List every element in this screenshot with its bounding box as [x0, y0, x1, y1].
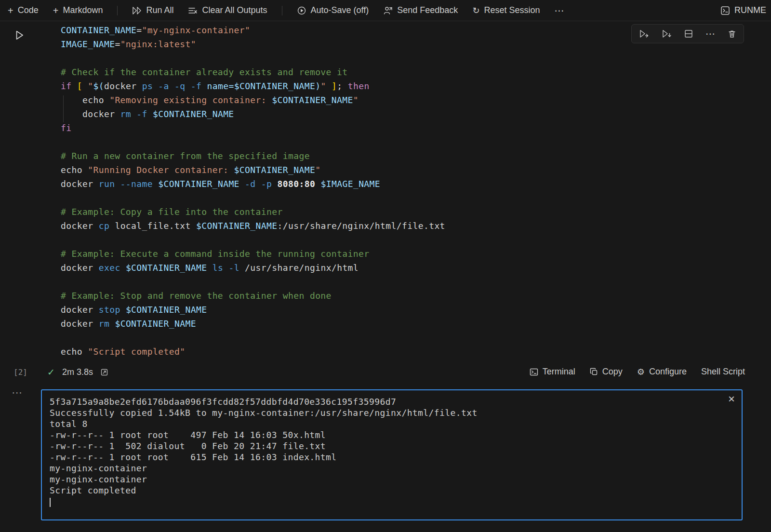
reset-session-icon: ↻	[472, 6, 479, 15]
code-line: echo "Removing existing container: $CONT…	[61, 93, 445, 107]
code-line: if [ "$(docker ps -a -q -f name=$CONTAIN…	[61, 79, 445, 93]
runme-brand: RUNME	[720, 5, 766, 15]
code-line: docker exec $CONTAINER_NAME ls -l /usr/s…	[61, 261, 445, 275]
code-line: docker rm $CONTAINER_NAME	[61, 317, 445, 331]
configure-button[interactable]: ⚙ Configure	[637, 367, 687, 377]
copy-label: Copy	[602, 367, 623, 377]
runme-logo-icon	[720, 6, 730, 15]
add-markdown-label: Markdown	[63, 5, 103, 15]
add-markdown-button[interactable]: + Markdown	[53, 5, 103, 15]
cell-duration: 2m 3.8s	[62, 367, 93, 377]
code-line: CONTAINER_NAME="my-nginx-container"	[61, 23, 445, 37]
code-line	[61, 135, 445, 149]
output-line: total 8	[50, 418, 734, 429]
output-line: -rw-r--r-- 1 root root 497 Feb 14 16:03 …	[50, 429, 734, 440]
run-all-icon	[132, 6, 142, 15]
open-output-button[interactable]	[100, 368, 108, 376]
clear-all-outputs-label: Clear All Outputs	[202, 5, 267, 15]
reset-session-label: Reset Session	[484, 5, 540, 15]
execute-cell-button[interactable]	[639, 29, 649, 38]
code-line: docker run --name $CONTAINER_NAME -d -p …	[61, 177, 445, 191]
terminal-icon	[530, 368, 538, 376]
auto-save-label: Auto-Save (off)	[311, 5, 369, 15]
code-line	[61, 191, 445, 205]
output-line: Successfully copied 1.54kB to my-nginx-c…	[50, 407, 734, 418]
toolbar-separator	[282, 6, 282, 15]
code-line	[61, 331, 445, 345]
code-line	[61, 51, 445, 65]
cell-status-left: ✓ 2m 3.8s	[47, 367, 108, 378]
open-output-icon	[100, 368, 108, 376]
auto-save-toggle[interactable]: Auto-Save (off)	[297, 5, 369, 15]
code-line: # Example: Execute a command inside the …	[61, 247, 445, 261]
cell-status-bar: [2] ✓ 2m 3.8s Terminal Copy	[0, 364, 771, 382]
output-more-button[interactable]: ⋯	[12, 386, 22, 399]
more-actions-icon: ⋯	[12, 386, 22, 399]
run-all-label: Run All	[146, 5, 173, 15]
trash-icon	[728, 29, 736, 38]
output-line: 5f3a715a9a8be2efd6176bdaa096f3fcdd82f57d…	[50, 396, 734, 407]
close-output-button[interactable]: ×	[728, 393, 735, 405]
cell-toolbar: ⋯	[631, 24, 744, 43]
code-line: docker rm -f $CONTAINER_NAME	[61, 107, 445, 121]
run-all-button[interactable]: Run All	[132, 5, 173, 15]
output-line: my-nginx-container	[50, 463, 734, 474]
configure-label: Configure	[649, 367, 687, 377]
more-actions-icon: ⋯	[705, 29, 715, 39]
language-picker[interactable]: Shell Script	[701, 367, 745, 377]
toolbar-more-button[interactable]: ⋯	[555, 6, 564, 15]
output-line: -rw-r--r-- 1 root root 615 Feb 14 16:03 …	[50, 452, 734, 463]
play-icon	[13, 29, 26, 41]
split-cell-icon	[684, 29, 693, 38]
code-line: docker cp local_file.txt $CONTAINER_NAME…	[61, 219, 445, 233]
code-line: fi	[61, 121, 445, 135]
copy-button[interactable]: Copy	[590, 367, 623, 377]
output-line: my-nginx-container	[50, 474, 734, 485]
code-editor[interactable]: CONTAINER_NAME="my-nginx-container"IMAGE…	[61, 23, 445, 359]
success-check-icon: ✓	[47, 367, 55, 378]
code-line	[61, 275, 445, 289]
execution-count: [2]	[13, 368, 27, 377]
cell-more-button[interactable]: ⋯	[705, 29, 715, 39]
toolbar-separator	[117, 6, 118, 15]
execute-cell-icon	[639, 29, 649, 38]
more-actions-icon: ⋯	[555, 6, 564, 15]
notebook-toolbar: + Code + Markdown Run All Clear All Outp…	[0, 0, 771, 21]
gear-icon: ⚙	[637, 368, 645, 376]
code-line: # Run a new container from the specified…	[61, 149, 445, 163]
reset-session-button[interactable]: ↻ Reset Session	[472, 5, 540, 15]
send-feedback-icon	[383, 6, 393, 15]
runme-notebook-window: + Code + Markdown Run All Clear All Outp…	[0, 0, 771, 532]
code-line: docker stop $CONTAINER_NAME	[61, 303, 445, 317]
code-line: # Check if the container already exists …	[61, 65, 445, 79]
code-line: # Example: Stop and remove the container…	[61, 289, 445, 303]
copy-icon	[590, 368, 598, 376]
run-cell-button[interactable]	[12, 27, 28, 43]
code-line: echo "Script completed"	[61, 345, 445, 359]
cell-output-panel[interactable]: 5f3a715a9a8be2efd6176bdaa096f3fcdd82f57d…	[41, 389, 743, 520]
code-line: IMAGE_NAME="nginx:latest"	[61, 37, 445, 51]
add-code-label: Code	[18, 5, 39, 15]
terminal-cursor	[50, 498, 51, 507]
send-feedback-label: Send Feedback	[397, 5, 458, 15]
code-line	[61, 233, 445, 247]
split-cell-button[interactable]	[684, 29, 693, 38]
plus-icon: +	[8, 6, 13, 15]
indent-guide	[63, 95, 64, 122]
run-below-icon	[662, 29, 672, 38]
output-cursor-line	[50, 496, 734, 507]
output-line: -rw-r--r-- 1 502 dialout 0 Feb 20 21:47 …	[50, 440, 734, 452]
clear-all-outputs-button[interactable]: Clear All Outputs	[188, 5, 267, 15]
add-code-button[interactable]: + Code	[8, 5, 39, 15]
output-line: Script completed	[50, 485, 734, 496]
send-feedback-button[interactable]: Send Feedback	[383, 5, 458, 15]
run-below-button[interactable]	[662, 29, 672, 38]
plus-icon: +	[53, 6, 59, 15]
code-line: # Example: Copy a file into the containe…	[61, 205, 445, 219]
runme-brand-label: RUNME	[734, 5, 766, 15]
code-line: echo "Running Docker container: $CONTAIN…	[61, 163, 445, 177]
clear-outputs-icon	[188, 6, 198, 15]
delete-cell-button[interactable]	[728, 29, 736, 38]
terminal-button[interactable]: Terminal	[530, 367, 575, 377]
cell-status-right: Terminal Copy ⚙ Configure Shell Script	[530, 367, 745, 377]
